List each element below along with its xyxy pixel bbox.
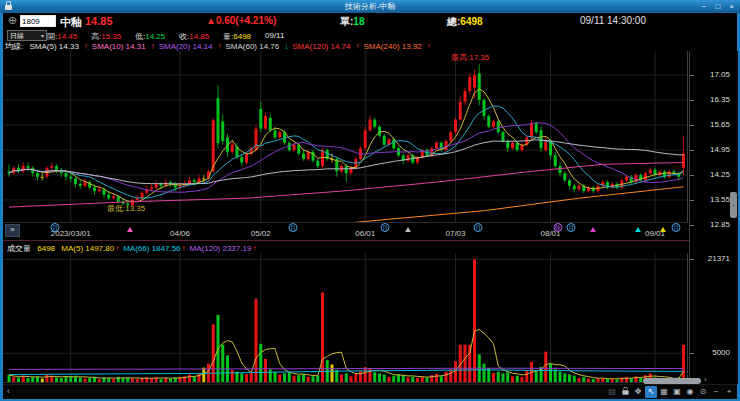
chart-region[interactable]: » 2023/03/0104/0605/0206/0107/0308/0109/… xyxy=(3,51,737,384)
quote-bar: ⊕ 中釉 14.85 ▲0.60(+4.21%) 單:18 總:6498 09/… xyxy=(3,13,737,31)
sma-legend-item: SMA(10) 14.31 xyxy=(92,42,146,51)
chart-toolbar: 日線 ▾ 開:14.45 高:15.35 低:14.25 收:14.85 量:6… xyxy=(3,30,737,41)
volume-tick-label: 5000 xyxy=(712,348,730,357)
grid-icon[interactable]: ▦ xyxy=(658,386,670,398)
trend-arrow-icon: ↓ xyxy=(284,42,288,51)
month-marker-icon[interactable]: 月 xyxy=(289,223,298,232)
maximize-button[interactable]: □ xyxy=(715,0,720,13)
titlebar[interactable]: 技術分析-中釉 − □ × xyxy=(0,0,740,13)
signal-marker-icon xyxy=(590,227,596,232)
axis-tick xyxy=(690,225,694,226)
trend-arrow-icon: ↑ xyxy=(151,42,155,51)
month-marker-icon[interactable]: 月 xyxy=(672,223,681,232)
window-title: 技術分析-中釉 xyxy=(0,1,740,12)
period-select-value: 日線 xyxy=(10,31,24,41)
month-label: 05/02 xyxy=(251,229,271,238)
sma-legend-item: SMA(5) 14.33 xyxy=(29,42,78,51)
trend-arrow-icon: ↑ xyxy=(356,42,360,51)
volume-total: 6498 xyxy=(37,244,55,253)
month-marker-icon[interactable]: 月 xyxy=(567,223,576,232)
time-axis: » 2023/03/0104/0605/0206/0107/0308/0109/… xyxy=(3,222,689,241)
signal-marker-icon xyxy=(660,227,666,232)
period-select[interactable]: 日線 ▾ xyxy=(7,30,47,41)
axis-tick xyxy=(690,353,694,354)
trend-arrow-icon: ↑ xyxy=(115,244,119,253)
trend-arrow-icon: ↑ xyxy=(217,42,221,51)
chevron-down-icon: ▾ xyxy=(41,32,44,39)
pan-hand-icon[interactable]: ✥ xyxy=(632,386,644,398)
minimize-button[interactable]: − xyxy=(702,0,707,13)
volume-chart[interactable] xyxy=(3,253,689,384)
price-tick-label: 12.85 xyxy=(710,220,730,229)
axis-tick xyxy=(690,150,694,151)
high-annotation: 最高:17.35 xyxy=(451,52,489,63)
month-label: 07/03 xyxy=(445,229,465,238)
trend-arrow-icon: ↑ xyxy=(182,244,186,253)
zoom-out-icon[interactable]: − xyxy=(710,386,722,398)
quote-datetime: 09/11 14:30:00 xyxy=(580,15,646,26)
expand-axis-button[interactable]: » xyxy=(5,224,20,237)
month-marker-icon[interactable]: 月 xyxy=(474,223,483,232)
price-tick-label: 17.05 xyxy=(710,70,730,79)
month-marker-icon[interactable]: 除 xyxy=(554,223,563,232)
stock-name: 中釉 xyxy=(60,15,82,30)
price-tick-label: 15.65 xyxy=(710,120,730,129)
volume-tick-label: 21371 xyxy=(708,254,730,263)
month-label: 06/01 xyxy=(355,229,375,238)
month-marker-icon[interactable]: 月 xyxy=(381,223,390,232)
lock-icon[interactable] xyxy=(619,386,631,398)
trend-arrow-icon: ↑ xyxy=(84,42,88,51)
axis-tick xyxy=(690,259,694,260)
low-annotation: 最低:13.35 xyxy=(107,203,145,214)
sma-legend-prefix: 均線: xyxy=(5,42,23,51)
single-volume: 單:18 xyxy=(340,15,364,29)
scroll-left-icon[interactable]: ‹ xyxy=(7,386,10,396)
volume-ma-legend-item: MA(66) 1847.56 xyxy=(123,244,180,253)
sma-legend: 均線: SMA(5) 14.33↑SMA(10) 14.31↑SMA(20) 1… xyxy=(5,41,737,51)
axis-tick xyxy=(690,100,694,101)
crosshair-icon[interactable]: ◉ xyxy=(684,386,696,398)
zoom-reset-icon[interactable]: ⊙ xyxy=(697,386,709,398)
last-price: 14.85 xyxy=(85,15,113,27)
chart-style-icon[interactable]: ▣ xyxy=(671,386,683,398)
price-tick-label: 14.95 xyxy=(710,145,730,154)
symbol-lookup-icon[interactable]: ⊕ xyxy=(8,14,17,27)
signal-marker-icon xyxy=(405,227,411,232)
sma-legend-item: SMA(20) 14.14 xyxy=(159,42,213,51)
new-page-icon[interactable]: ▤ xyxy=(606,386,618,398)
trend-arrow-icon: ↑ xyxy=(252,244,256,253)
trend-arrow-icon: ↑ xyxy=(427,42,431,51)
status-bar: ‹ ▤✥↖▦▣◉⊙−+ xyxy=(3,384,737,399)
price-tick-label: 13.55 xyxy=(710,195,730,204)
sma-legend-item: SMA(240) 13.92 xyxy=(364,42,422,51)
volume-ma-legend-item: MA(5) 1497.80 xyxy=(61,244,114,253)
sma-legend-item: SMA(60) 14.76 xyxy=(225,42,279,51)
total-volume: 總:6498 xyxy=(447,15,483,29)
price-tick-label: 14.25 xyxy=(710,170,730,179)
symbol-input[interactable] xyxy=(20,15,56,27)
signal-marker-icon xyxy=(635,227,641,232)
volume-ma-legend-item: MA(120) 2337.19 xyxy=(190,244,252,253)
axis-tick xyxy=(690,200,694,201)
vertical-scrollbar-thumb[interactable]: ‹ xyxy=(730,192,737,218)
axis-tick xyxy=(690,75,694,76)
volume-legend: 成交量 6498 MA(5) 1497.80↑MA(66) 1847.56↑MA… xyxy=(3,240,737,253)
zoom-in-icon[interactable]: + xyxy=(723,386,735,398)
sma-legend-item: SMA(120) 14.74 xyxy=(292,42,350,51)
price-chart[interactable] xyxy=(3,51,689,222)
month-marker-icon[interactable]: 月 xyxy=(51,223,60,232)
signal-marker-icon xyxy=(127,227,133,232)
price-change: ▲0.60(+4.21%) xyxy=(206,15,276,26)
axis-tick xyxy=(690,125,694,126)
app-window: 技術分析-中釉 − □ × ⊕ 中釉 14.85 ▲0.60(+4.21%) 單… xyxy=(0,0,740,401)
chart-tools: ▤✥↖▦▣◉⊙−+ xyxy=(606,386,735,398)
horizontal-scrollbar-thumb[interactable] xyxy=(643,378,701,384)
bar-date: 09/11 xyxy=(265,31,284,40)
month-label: 04/06 xyxy=(170,229,190,238)
price-tick-label: 16.35 xyxy=(710,95,730,104)
cursor-icon[interactable]: ↖ xyxy=(645,386,657,398)
scroll-right-icon[interactable]: › xyxy=(704,375,707,384)
axis-tick xyxy=(690,175,694,176)
volume-title: 成交量 xyxy=(7,244,31,253)
close-button[interactable]: × xyxy=(729,0,734,13)
